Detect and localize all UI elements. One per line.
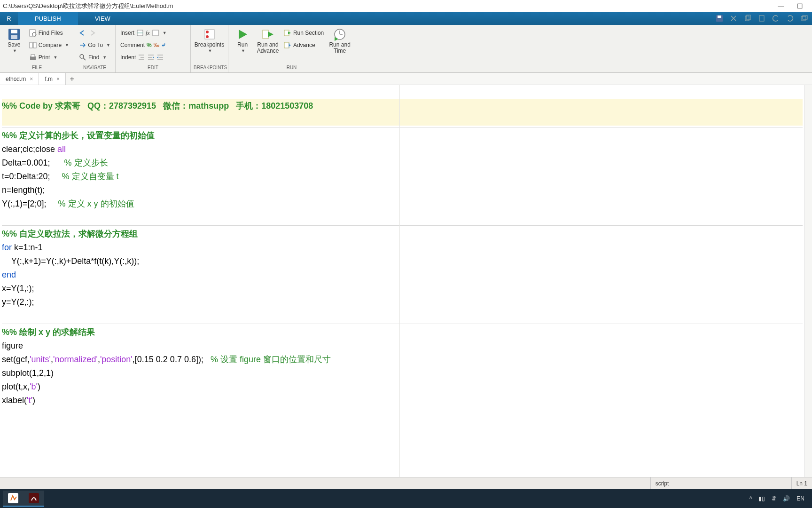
close-icon[interactable]: ×	[56, 76, 60, 82]
tray-chevron-up-icon[interactable]: ^	[750, 495, 752, 502]
svg-rect-13	[33, 42, 36, 48]
svg-rect-4	[759, 16, 764, 21]
svg-rect-20	[153, 30, 158, 36]
chevron-down-icon: ▼	[241, 48, 245, 54]
svg-rect-29	[284, 42, 289, 48]
taskbar-adobe-reader[interactable]	[23, 491, 44, 507]
save-button[interactable]: Save▼	[3, 27, 25, 54]
back-arrow-icon[interactable]	[79, 29, 87, 37]
run-button[interactable]: Run▼	[231, 27, 254, 54]
run-section-button[interactable]: Run Section	[282, 27, 326, 39]
run-advance-button[interactable]: Run and Advance	[256, 27, 280, 54]
advance-button[interactable]: Advance	[282, 39, 326, 51]
chevron-down-icon: ▼	[13, 48, 17, 54]
forward-arrow-icon	[89, 29, 98, 37]
group-label-edit: EDIT	[118, 65, 187, 71]
svg-rect-5	[801, 16, 806, 20]
indent-row[interactable]: Indent	[118, 51, 187, 64]
tray-volume-icon[interactable]: 🔊	[783, 495, 790, 502]
svg-point-23	[206, 35, 209, 38]
svg-line-17	[83, 58, 86, 60]
svg-point-16	[80, 55, 84, 58]
window-title: C:\Users\QS\Desktop\欧拉法求解常微分方程组\EulerMet…	[3, 2, 173, 10]
paste-icon[interactable]	[757, 13, 767, 24]
add-tab-button[interactable]: +	[66, 75, 78, 83]
status-cursor-pos: Ln 1	[791, 477, 812, 489]
maximize-button[interactable]: ☐	[790, 0, 809, 12]
minimize-button[interactable]: —	[772, 0, 790, 12]
svg-marker-24	[239, 30, 247, 39]
group-label-run: RUN	[231, 65, 352, 71]
section-icon[interactable]	[136, 29, 144, 37]
svg-rect-6	[803, 16, 807, 19]
close-icon[interactable]: ×	[30, 76, 33, 82]
indent-icon[interactable]	[138, 54, 145, 61]
comment-remove-icon[interactable]: ‰	[154, 42, 159, 48]
group-label-navigate: NAVIGATE	[77, 65, 112, 71]
tray-lang[interactable]: EN	[796, 495, 804, 502]
breakpoints-button[interactable]: Breakpoints▼	[194, 27, 225, 54]
tray-network-icon[interactable]: ⇵	[772, 495, 776, 502]
insert-more-icon[interactable]	[152, 29, 159, 37]
print-button[interactable]: Print▼	[27, 51, 71, 64]
redo-icon[interactable]	[785, 13, 795, 24]
nav-back-forward[interactable]	[77, 27, 112, 39]
svg-rect-15	[31, 55, 35, 57]
find-button[interactable]: Find▼	[77, 51, 112, 64]
taskbar-matlab[interactable]	[3, 491, 23, 507]
comment-wrap-icon[interactable]: ⤶	[161, 42, 166, 48]
copy-icon[interactable]	[742, 13, 753, 24]
save-quick-icon[interactable]	[714, 13, 725, 24]
svg-point-22	[206, 31, 209, 33]
indent-left-icon[interactable]	[156, 54, 164, 61]
svg-rect-25	[263, 30, 268, 39]
code-analyzer-strip[interactable]	[804, 85, 812, 477]
svg-rect-35	[8, 493, 18, 503]
svg-rect-8	[11, 30, 17, 33]
run-time-button[interactable]: Run and Time	[328, 27, 352, 54]
comment-add-icon[interactable]: %	[147, 42, 152, 48]
comment-row[interactable]: Comment % ‰ ⤶	[118, 39, 187, 51]
tab-publish[interactable]: PUBLISH	[18, 12, 78, 25]
tray-battery-icon[interactable]: ▮▯	[758, 495, 765, 502]
status-file-type: script	[650, 477, 791, 489]
svg-marker-30	[289, 44, 291, 46]
switch-windows-icon[interactable]	[799, 13, 809, 24]
chevron-down-icon: ▼	[102, 55, 107, 60]
goto-button[interactable]: Go To▼	[77, 39, 112, 51]
compare-button[interactable]: Compare▼	[27, 39, 71, 51]
chevron-down-icon: ▼	[208, 48, 212, 54]
svg-marker-26	[268, 32, 273, 37]
svg-rect-9	[11, 35, 17, 39]
svg-rect-1	[718, 16, 721, 18]
insert-row[interactable]: Insert fx ▼	[118, 27, 187, 39]
chevron-down-icon: ▼	[106, 43, 110, 48]
chevron-down-icon: ▼	[163, 31, 167, 35]
right-margin-line	[399, 85, 400, 477]
fx-icon[interactable]: fx	[146, 30, 150, 37]
chevron-down-icon: ▼	[65, 43, 69, 48]
group-label-breakpoints: BREAKPOINTS	[194, 65, 225, 71]
corner-tab[interactable]: R	[0, 12, 18, 25]
code-editor[interactable]: %% Code by 求索哥 QQ：2787392915 微信：mathsupp…	[0, 85, 804, 477]
undo-icon[interactable]	[771, 13, 781, 24]
file-tab-1[interactable]: ethod.m ×	[0, 73, 39, 85]
svg-rect-12	[30, 42, 32, 48]
taskbar[interactable]: ^ ▮▯ ⇵ 🔊 EN	[0, 489, 812, 508]
cut-icon[interactable]	[728, 13, 739, 24]
file-tab-2[interactable]: f.m ×	[39, 73, 66, 85]
svg-marker-28	[288, 32, 291, 34]
find-files-button[interactable]: Find Files	[27, 27, 71, 39]
tab-view[interactable]: VIEW	[78, 12, 127, 25]
group-label-file: FILE	[3, 65, 71, 71]
indent-right-icon[interactable]	[147, 54, 155, 61]
chevron-down-icon: ▼	[53, 55, 57, 60]
